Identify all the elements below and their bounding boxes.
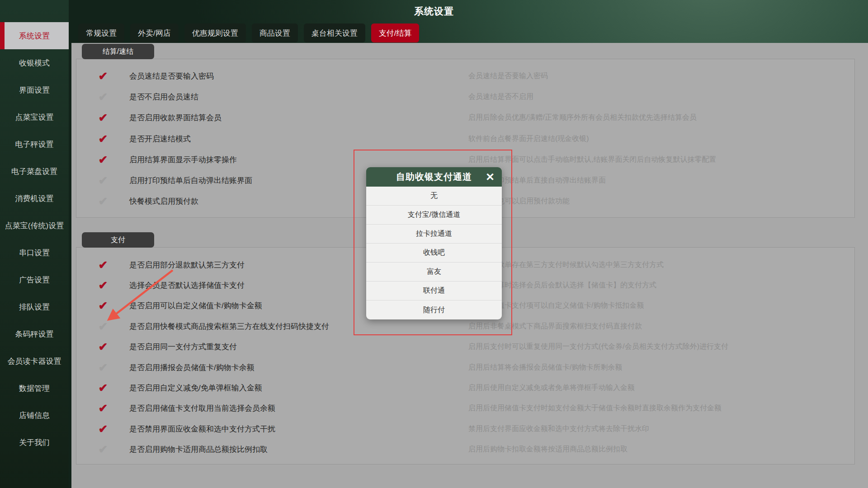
checkbox[interactable] — [95, 175, 111, 186]
sidebar-item-label: 电子菜盘设置 — [11, 166, 57, 177]
dialog-title: 自助收银支付通道 — [396, 171, 472, 183]
sidebar-item-data-management[interactable]: 数据管理 — [0, 375, 69, 402]
setting-label: 是否启用同一支付方式重复支付 — [129, 342, 237, 352]
sidebar-item-cashier-mode[interactable]: 收银模式 — [0, 49, 69, 76]
setting-row: 是否启用播报会员储值卡/购物卡余额 启用后结算将会播报会员储值卡/购物卡所剩余额 — [76, 357, 854, 377]
setting-row: 启用结算界面显示手动抹零操作 启用后结算界面可以点击手动临时默认,结账界面关闭后… — [76, 149, 854, 170]
checkbox[interactable] — [95, 382, 111, 394]
checkbox[interactable] — [95, 320, 111, 332]
checkbox[interactable] — [95, 259, 111, 270]
checkbox[interactable] — [95, 361, 111, 373]
setting-row: 是否开启速结模式 软件前台点餐界面开启速结(现金收银) — [76, 128, 854, 149]
sidebar-item-label: 点菜宝设置 — [15, 112, 54, 122]
sidebar-item-barcode-scale[interactable]: 条码秤设置 — [0, 320, 69, 347]
setting-label: 启用打印预结单后自动弹出结账界面 — [129, 175, 252, 186]
sidebar-item-label: 广告设置 — [19, 275, 50, 285]
tab-takeout-online-store[interactable]: 外卖/网店 — [130, 23, 179, 42]
self-checkout-payment-channel-dialog: 自助收银支付通道 ✕ 无 支付宝/微信通道 拉卡拉通道 收钱吧 富友 联付通 随… — [366, 167, 502, 319]
checkbox[interactable] — [95, 112, 111, 123]
tab-product-settings[interactable]: 商品设置 — [252, 23, 298, 42]
sidebar-item-escale-settings[interactable]: 电子秤设置 — [0, 131, 69, 158]
checkbox[interactable] — [95, 280, 111, 291]
sidebar-item-member-card-reader[interactable]: 会员读卡器设置 — [0, 347, 69, 375]
app-bar: 返回 系统设置 — [0, 0, 868, 22]
settings-tabs: 常规设置 外卖/网店 优惠规则设置 商品设置 桌台相关设置 支付/结算 — [78, 23, 419, 42]
tab-label: 支付/结算 — [379, 28, 412, 38]
sidebar-item-label: 会员读卡器设置 — [8, 356, 61, 366]
setting-desc: 会员速结是否要输入密码 — [468, 71, 548, 81]
setting-desc: 软件前台点餐界面开启速结(现金收银) — [468, 134, 589, 143]
setting-desc: 启用后非餐桌模式下商品界面搜索框扫支付码直接付款 — [468, 321, 642, 331]
sidebar-item-label: 串口设置 — [19, 248, 50, 258]
setting-label: 是否启用部分退款默认第三方支付 — [129, 259, 245, 270]
tab-general-settings[interactable]: 常规设置 — [78, 23, 124, 42]
setting-row: 是否禁用界面应收金额和选中支付方式干扰 禁用后支付界面应收金额和选中支付方式将去… — [76, 418, 854, 439]
setting-desc: 启用后购物卡扣取金额将按适用商品总额比例扣取 — [468, 445, 627, 454]
tab-discount-rules[interactable]: 优惠规则设置 — [184, 23, 246, 42]
sidebar-item-serial-port[interactable]: 串口设置 — [0, 239, 69, 266]
sidebar-item-interface-settings[interactable]: 界面设置 — [0, 76, 69, 103]
sidebar-item-about-us[interactable]: 关于我们 — [0, 429, 69, 456]
setting-desc: 启用后除会员优惠/满赠/正常顺序外所有会员相关扣款优先选择结算会员 — [468, 113, 697, 122]
tab-payment-settlement[interactable]: 支付/结算 — [371, 23, 420, 42]
tab-table-settings[interactable]: 桌台相关设置 — [304, 23, 365, 42]
payment-channel-option-lianfutong[interactable]: 联付通 — [366, 282, 502, 300]
section-label-settlement: 结算/速结 — [82, 44, 154, 59]
setting-label: 是否启用自定义减免/免单弹框输入金额 — [129, 383, 262, 393]
checkbox[interactable] — [95, 300, 111, 311]
sidebar-item-label: 点菜宝(传统)设置 — [5, 221, 64, 231]
sidebar-item-diancaibao-settings[interactable]: 点菜宝设置 — [0, 103, 69, 131]
checkbox[interactable] — [95, 133, 111, 144]
setting-label: 是否启用购物卡适用商品总额按比例扣取 — [129, 444, 268, 455]
setting-row: 是否启用自定义减免/免单弹框输入金额 启用后使用自定义减免或者免单将弹框手动输入… — [76, 377, 854, 398]
section-label-text: 支付 — [111, 235, 125, 245]
checkbox[interactable] — [95, 196, 111, 207]
sidebar-item-emenu-settings[interactable]: 电子菜盘设置 — [0, 158, 69, 185]
payment-channel-option-fuyou[interactable]: 富友 — [366, 263, 502, 282]
checkbox[interactable] — [95, 154, 111, 165]
setting-desc: 禁用后支付界面应收金额和选中支付方式将去除干扰水印 — [468, 424, 649, 433]
sidebar-item-diancaibao-legacy[interactable]: 点菜宝(传统)设置 — [0, 212, 69, 239]
close-icon[interactable]: ✕ — [486, 172, 495, 183]
sidebar-item-system-settings[interactable]: 系统设置 — [0, 22, 69, 49]
setting-desc: 启用后结算界面可以点击手动临时默认,结账界面关闭后自动恢复默认抹零配置 — [468, 155, 716, 164]
checkbox[interactable] — [95, 403, 111, 414]
setting-row: 是否启用储值卡支付取用当前选择会员余额 启用后使用储值卡支付时如支付金额大于储值… — [76, 398, 854, 418]
setting-label: 启用结算界面显示手动抹零操作 — [129, 154, 237, 164]
checkbox[interactable] — [95, 444, 111, 455]
checkbox[interactable] — [95, 341, 111, 352]
payment-channel-option-alipay-wechat[interactable]: 支付宝/微信通道 — [366, 206, 502, 225]
setting-desc: 启用后使用储值卡支付时如支付金额大于储值卡余额时直接取余额作为支付金额 — [468, 404, 722, 413]
sidebar-item-label: 系统设置 — [19, 31, 50, 41]
setting-label: 是否开启速结模式 — [129, 133, 191, 144]
payment-channel-option-suixingfu[interactable]: 随行付 — [366, 300, 502, 319]
sidebar-item-ads-settings[interactable]: 广告设置 — [0, 266, 69, 293]
sidebar-item-label: 电子秤设置 — [15, 139, 54, 150]
checkbox[interactable] — [95, 70, 111, 82]
tab-label: 商品设置 — [259, 28, 290, 38]
payment-channel-option-none[interactable]: 无 — [366, 187, 502, 206]
setting-label: 是否启用快餐模式商品搜索框第三方在线支付扫码快捷支付 — [129, 321, 329, 331]
sidebar-item-label: 消费机设置 — [15, 193, 54, 204]
checkbox[interactable] — [95, 91, 111, 103]
setting-row: 是否启用购物卡适用商品总额按比例扣取 启用后购物卡扣取金额将按适用商品总额比例扣… — [76, 439, 854, 460]
sidebar-item-queue-settings[interactable]: 排队设置 — [0, 293, 69, 320]
sidebar: 系统设置 收银模式 界面设置 点菜宝设置 电子秤设置 电子菜盘设置 消费机设置 … — [0, 0, 69, 488]
setting-desc: 会员速结是否不启用 — [468, 92, 533, 102]
setting-label: 会员速结是否要输入密码 — [129, 71, 214, 81]
setting-label: 快餐模式启用预付款 — [129, 196, 198, 206]
sidebar-item-label: 数据管理 — [19, 383, 50, 394]
tab-label: 常规设置 — [86, 28, 117, 38]
sidebar-item-consumer-machine[interactable]: 消费机设置 — [0, 185, 69, 212]
payment-channel-option-lakala[interactable]: 拉卡拉通道 — [366, 225, 502, 244]
checkbox[interactable] — [95, 423, 111, 434]
setting-row: 是否启用收款界面结算会员 启用后除会员优惠/满赠/正常顺序外所有会员相关扣款优先… — [76, 107, 854, 128]
sidebar-item-label: 关于我们 — [19, 437, 50, 448]
sidebar-item-label: 界面设置 — [19, 85, 50, 95]
sidebar-items: 系统设置 收银模式 界面设置 点菜宝设置 电子秤设置 电子菜盘设置 消费机设置 … — [0, 22, 69, 456]
payment-channel-option-shouqianba[interactable]: 收钱吧 — [366, 244, 502, 263]
setting-desc: 启用后使用自定义减免或者免单将弹框手动输入金额 — [468, 383, 635, 393]
setting-desc: 启用后支付时可以重复使用同一支付方式(代金券/会员相关支付方式除外)进行支付 — [468, 342, 728, 352]
sidebar-item-store-info[interactable]: 店铺信息 — [0, 402, 69, 429]
setting-label: 选择会员是否默认选择储值卡支付 — [129, 280, 245, 291]
